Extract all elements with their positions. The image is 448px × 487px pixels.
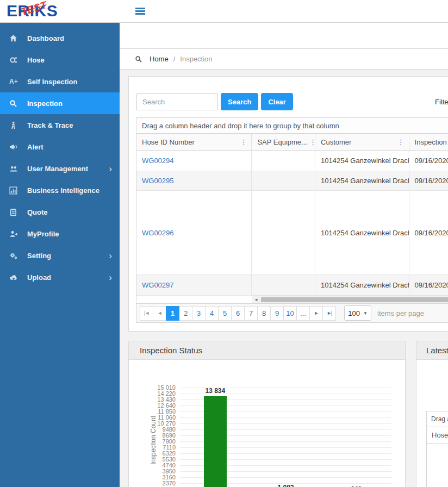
pager-page-10[interactable]: 10 [283, 306, 297, 321]
search-input[interactable] [136, 93, 218, 110]
clipboard-icon [9, 208, 20, 216]
column-title: Customer [321, 138, 351, 146]
hose-id-link[interactable]: WG00295 [136, 171, 252, 190]
pager-page-4[interactable]: 4 [205, 306, 219, 321]
scrollbar-thumb[interactable] [261, 297, 448, 302]
filter-label: Filter [435, 98, 448, 106]
pager-page-9[interactable]: 9 [270, 306, 284, 321]
bar-chart-icon [9, 186, 20, 195]
hamburger-menu-icon[interactable] [135, 8, 145, 16]
latest-grid-group-hint: Drag a column header and drop it here to… [427, 411, 448, 427]
sidebar-item-dashboard[interactable]: Dashboard [0, 27, 120, 49]
pager-page-2[interactable]: 2 [179, 306, 192, 321]
pager-page-8[interactable]: 8 [257, 306, 271, 321]
pager-page-5[interactable]: 5 [218, 306, 232, 321]
sidebar-item-label: Setting [27, 252, 51, 260]
bar-value-label: 13 834 [192, 387, 238, 395]
column-header-hose-id-number[interactable]: Hose ID Number⋮ [136, 134, 252, 150]
pager-last-button[interactable]: ►| [322, 306, 336, 321]
pager-more-button[interactable]: ... [296, 306, 310, 321]
pager-prev-button[interactable]: ◄ [153, 306, 166, 321]
sap-equipment-cell [252, 151, 315, 171]
latest-grid: Drag a column header and drop it here to… [426, 411, 448, 487]
a-plus-icon: A+ [9, 78, 20, 85]
column-menu-icon[interactable]: ⋮ [395, 138, 407, 146]
sidebar-item-track-trace[interactable]: Track & Trace [0, 114, 120, 136]
sidebar-item-label: Self Inspection [27, 78, 77, 86]
breadcrumb-home-link[interactable]: Home [150, 55, 169, 63]
customer-cell: 1014254 Ganzewinkel Drachte [315, 171, 409, 190]
customer-cell: 1014254 Ganzewinkel Drachte [315, 275, 409, 295]
pager-page-3[interactable]: 3 [192, 306, 206, 321]
pager-next-button[interactable]: ► [309, 306, 323, 321]
grid-group-hint: Drag a column header and drop it here to… [136, 118, 448, 134]
chevron-right-icon: › [109, 251, 112, 260]
sidebar-item-hose[interactable]: Hose [0, 49, 120, 71]
sidebar-item-label: MyProfile [27, 230, 59, 238]
sidebar-item-self-inspection[interactable]: A+Self Inspection [0, 71, 120, 92]
inspection-status-chart: Inspection Count 15 01014 22013 43012 64… [129, 360, 405, 487]
home-icon [9, 34, 20, 42]
sidebar-item-label: Inspection [27, 99, 63, 108]
breadcrumb-search-icon [135, 55, 142, 63]
column-header-inspection-date[interactable]: Inspection Date⋮ [409, 134, 448, 150]
inspection-date-cell: 09/16/2020 [409, 191, 448, 274]
chart-bar[interactable] [204, 396, 227, 487]
gears-icon [9, 252, 20, 260]
pager-page-7[interactable]: 7 [244, 306, 258, 321]
magnifier-icon [9, 99, 20, 108]
latest-grid-column-header[interactable]: Hose ID Number [427, 427, 448, 444]
sidebar-item-alert[interactable]: Alert [0, 136, 120, 158]
table-row: WG002961014254 Ganzewinkel Drachte09/16/… [136, 191, 448, 275]
sidebar-item-upload[interactable]: Upload› [0, 266, 120, 288]
pager-page-6[interactable]: 6 [231, 306, 245, 321]
status-panel-title: Inspection Status [129, 341, 405, 360]
megaphone-icon [9, 143, 20, 151]
sidebar-item-label: Dashboard [27, 34, 64, 42]
sidebar-item-inspection[interactable]: Inspection [0, 92, 120, 114]
column-header-sap-equipme[interactable]: SAP Equipme...⋮ [252, 134, 315, 150]
customer-cell: 1014254 Ganzewinkel Drachte [315, 151, 409, 171]
table-row: WG002971014254 Ganzewinkel Drachte09/16/… [136, 275, 448, 296]
bar-value-label: 1 082 [263, 484, 309, 487]
column-title: Inspection Date [415, 138, 448, 146]
grid-header-row: Hose ID Number⋮SAP Equipme...⋮Customer⋮I… [136, 134, 448, 151]
horizontal-scrollbar[interactable]: ◄ [252, 296, 448, 303]
inspection-date-cell: 09/16/2020 [409, 151, 448, 171]
customer-cell: 1014254 Ganzewinkel Drachte [315, 191, 409, 274]
inspection-status-panel: Inspection Status Inspection Count 15 01… [128, 341, 406, 487]
sidebar-item-label: User Management [27, 165, 88, 173]
sidebar-item-myprofile[interactable]: MyProfile [0, 223, 120, 245]
scrollbar-left-arrow-icon[interactable]: ◄ [252, 297, 260, 302]
column-title: SAP Equipme... [257, 138, 307, 146]
pager-page-1[interactable]: 1 [166, 306, 179, 321]
clear-button[interactable]: Clear [261, 93, 293, 110]
column-menu-icon[interactable]: ⋮ [238, 138, 249, 146]
chevron-right-icon: › [109, 164, 112, 173]
hose-id-link[interactable]: WG00294 [136, 151, 252, 171]
app: ERIKS TEST DashboardHoseA+Self Inspectio… [0, 0, 448, 487]
search-button[interactable]: Search [221, 93, 258, 110]
items-per-page-label: items per page [377, 309, 424, 317]
column-menu-icon[interactable]: ⋮ [307, 138, 315, 146]
column-header-customer[interactable]: Customer⋮ [315, 134, 409, 150]
pager-first-button[interactable]: |◄ [140, 306, 153, 321]
hose-id-link[interactable]: WG00297 [136, 275, 252, 295]
sidebar-item-label: Quote [27, 208, 48, 216]
hose-id-link[interactable]: WG00296 [136, 191, 252, 274]
users-icon [9, 165, 20, 173]
toolbar-strip [120, 23, 448, 49]
inspection-grid: Drag a column header and drop it here to… [136, 117, 448, 323]
brand-logo: ERIKS TEST [7, 2, 58, 20]
sidebar-item-quote[interactable]: Quote [0, 201, 120, 223]
sidebar-item-user-management[interactable]: User Management› [0, 158, 120, 179]
sidebar-item-setting[interactable]: Setting› [0, 245, 120, 266]
sidebar: DashboardHoseA+Self InspectionInspection… [0, 23, 120, 487]
grid-body: WG002941014254 Ganzewinkel Drachte09/16/… [136, 151, 448, 296]
cloud-upload-icon [9, 273, 20, 282]
breadcrumb-current: Inspection [180, 55, 212, 63]
sidebar-item-business-intelligence[interactable]: Business Intelligence [0, 179, 120, 201]
table-row: WG002951014254 Ganzewinkel Drachte09/16/… [136, 171, 448, 191]
page-size-select[interactable]: 100▼ [344, 305, 371, 321]
hose-icon [9, 56, 20, 64]
